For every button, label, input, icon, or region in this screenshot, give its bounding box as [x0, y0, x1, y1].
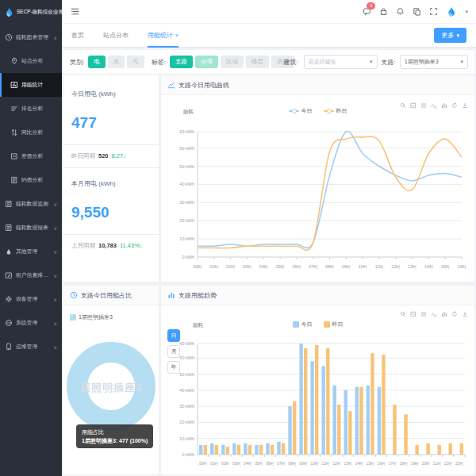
svg-text:15时: 15时 [441, 264, 451, 269]
line-chart-legend: 今日昨日 [161, 107, 474, 115]
download-icon[interactable] [462, 311, 468, 317]
legend-item[interactable]: 今日 [293, 321, 313, 328]
pie-tooltip-title: 用能占比 [82, 428, 148, 436]
sidebar-subitem-label: 差值分析 [21, 152, 43, 160]
sidebar-item[interactable]: 能耗数据报表∨ [0, 216, 62, 240]
chevron-down-icon: ∨ [54, 225, 57, 231]
restore-icon[interactable] [451, 311, 458, 317]
line-series-1[interactable] [198, 136, 462, 251]
topbar-actions: 0▾ [363, 6, 468, 17]
copy-icon[interactable] [413, 7, 421, 16]
legend-item[interactable]: 今日 [289, 107, 313, 115]
tab[interactable]: 用能统计× [148, 24, 178, 47]
filter-tag-button[interactable]: 支路 [170, 56, 193, 68]
line-chart[interactable]: 0 kWh10 kWh20 kWh30 kWh40 kWh50 kWh60 kW… [163, 125, 471, 276]
sidebar-item[interactable]: 运维管理∨ [0, 335, 62, 359]
sidebar-subitem[interactable]: 差值分析 [0, 144, 62, 168]
sidebar-item-label: 设备管理 [16, 295, 37, 303]
grid [198, 132, 462, 239]
legend-item[interactable]: 昨日 [324, 107, 347, 115]
message-icon[interactable]: 0 [363, 7, 371, 16]
filter-category-button[interactable]: 气 [127, 56, 144, 68]
sidebar-item[interactable]: 系统管理∨ [0, 311, 62, 335]
month-usage-title: 本月用电 (kWh) [71, 179, 151, 188]
sidebar-subitem[interactable]: 码值分析 [0, 168, 62, 192]
bar-series-0[interactable] [199, 344, 381, 455]
svg-text:05时: 05时 [276, 264, 286, 269]
category-button-group: 电水气 [88, 56, 144, 68]
svg-text:06时: 06时 [292, 264, 301, 269]
legend-dot-marker [292, 109, 297, 113]
filter-tag-button[interactable]: 楼层 [246, 56, 269, 68]
filter-category-button[interactable]: 水 [108, 56, 125, 68]
compare-icon [10, 129, 18, 136]
svg-text:17时: 17时 [389, 462, 397, 466]
legend-item[interactable]: 1层照明插座3 [70, 313, 113, 321]
doc-icon [10, 176, 18, 184]
user-avatar[interactable] [446, 6, 457, 17]
yesterday-value: 520 [98, 152, 109, 159]
sidebar-menu: 能耗图表管理∧站点分布用能统计排名分析同比分析差值分析码值分析能耗数据监测∨能耗… [0, 25, 62, 359]
notification-badge: 0 [367, 2, 375, 10]
sidebar-subitem-label: 排名分析 [21, 105, 43, 113]
month-usage-value: 9,550 [71, 204, 151, 221]
svg-text:30 kWh: 30 kWh [179, 200, 194, 205]
sidebar-subitem[interactable]: 站点分布 [0, 49, 62, 73]
last-month-label: 上月同期 [71, 242, 95, 250]
sidebar-item[interactable]: 能耗数据监测∨ [0, 192, 62, 216]
svg-text:11时: 11时 [375, 264, 384, 269]
sidebar-item[interactable]: 租户信息维护管理∨ [0, 263, 62, 287]
line-series-0[interactable] [198, 131, 462, 248]
fullscreen-icon[interactable] [429, 7, 438, 16]
filter-category-button[interactable]: 电 [88, 56, 106, 68]
legend-item[interactable]: 昨日 [324, 321, 344, 328]
svg-text:08时: 08时 [288, 462, 296, 466]
legend-square-marker [293, 321, 299, 328]
branch-select[interactable]: 1层照明插座3 ▾ [400, 55, 468, 69]
legend-dot-marker [327, 109, 332, 113]
line-type-icon[interactable] [431, 311, 437, 317]
lock-icon[interactable] [379, 7, 388, 16]
data-view-icon[interactable] [420, 311, 427, 317]
sidebar-item-label: 其他管理 [16, 248, 37, 255]
more-button-label: 更多 [441, 31, 454, 40]
legend-label: 今日 [301, 107, 313, 115]
chevron-down-icon[interactable]: ▾ [465, 9, 468, 15]
filter-tag-button[interactable]: 区域 [221, 56, 244, 68]
svg-text:12时: 12时 [391, 264, 401, 269]
filter-tag-button[interactable]: 分项 [195, 56, 218, 68]
sidebar-item[interactable]: 其他管理∨ [0, 240, 62, 263]
svg-text:03时: 03时 [232, 462, 240, 466]
bell-icon[interactable] [396, 7, 405, 16]
bar-chart[interactable]: 0 kWh10 kWh20 kWh30 kWh40 kWh50 kWh60 kW… [163, 337, 471, 470]
data-zoom-icon[interactable] [400, 311, 406, 317]
line-chart-card: 支路今日用电曲线 能耗 今日昨日 0 kWh10 kWh20 kWh30 kWh… [161, 75, 474, 282]
more-button[interactable]: 更多 ▾ [434, 28, 466, 43]
zoom-reset-icon[interactable] [410, 311, 416, 317]
chevron-down-icon: ∨ [54, 273, 57, 278]
sidebar-subitem[interactable]: 排名分析 [0, 97, 62, 121]
chevron-up-icon: ∧ [54, 35, 57, 40]
svg-text:07时: 07时 [277, 462, 285, 466]
sidebar-subitem-label: 同比分析 [21, 129, 43, 136]
legend-label: 昨日 [332, 321, 344, 328]
chevron-down-icon: ▾ [370, 59, 373, 65]
line-chart-icon [167, 81, 175, 89]
bar-type-icon[interactable] [441, 311, 447, 317]
tab[interactable]: 站点分布 [103, 24, 129, 47]
close-tab-icon[interactable]: × [175, 33, 178, 38]
chart-toolbox [400, 311, 468, 317]
yesterday-delta: 8.27↓ [112, 152, 126, 159]
tab[interactable]: 首页 [71, 24, 84, 47]
sidebar-item[interactable]: 设备管理∨ [0, 287, 62, 311]
sidebar: SECP-能耗综合业务平台 能耗图表管理∧站点分布用能统计排名分析同比分析差值分… [0, 0, 62, 476]
sidebar-subitem[interactable]: 同比分析 [0, 121, 62, 144]
svg-text:06时: 06时 [266, 462, 274, 466]
tab-label: 站点分布 [103, 31, 129, 40]
building-select-placeholder: 请选择建筑 [309, 58, 336, 66]
sidebar-subitem[interactable]: 用能统计 [0, 73, 62, 97]
sidebar-subitem-label: 码值分析 [21, 176, 43, 184]
svg-text:10 kWh: 10 kWh [179, 236, 194, 241]
sidebar-item[interactable]: 能耗图表管理∧ [0, 25, 62, 49]
building-select[interactable]: 请选择建筑 ▾ [304, 55, 378, 69]
